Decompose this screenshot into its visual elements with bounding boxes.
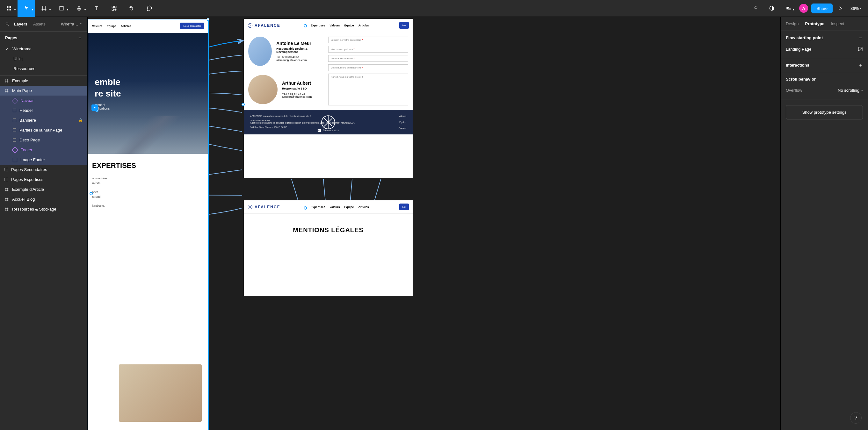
design-tab[interactable]: Design <box>786 21 799 26</box>
main-area: Layers Assets Wirefra… ⌃ Pages Wireframe… <box>0 17 868 430</box>
layer-pages-expertises[interactable]: Pages Expertises <box>0 174 87 185</box>
shape-tool-button[interactable]: ▾ <box>53 0 70 17</box>
layer-header[interactable]: Header <box>0 105 87 115</box>
svg-marker-45 <box>94 107 96 109</box>
nav-link: Valeurs <box>92 25 102 28</box>
brand-logo: AFALENCE <box>248 204 280 209</box>
prototype-tab[interactable]: Prototype <box>805 21 824 26</box>
layer-deco[interactable]: Deco Page <box>0 135 87 145</box>
remove-flow-button[interactable] <box>859 36 863 40</box>
prototype-settings-button[interactable]: Show prototype settings <box>786 105 863 120</box>
pen-tool-button[interactable]: ▾ <box>70 0 88 17</box>
layer-pages-secondaires[interactable]: Pages Secondaires <box>0 165 87 174</box>
dev-mode-button[interactable] <box>749 0 762 17</box>
pages-label: Pages <box>5 35 17 40</box>
footer-link: Valeurs <box>399 115 406 117</box>
assets-tab[interactable]: Assets <box>33 22 45 27</box>
frame-tool-button[interactable]: ▾ <box>35 0 53 17</box>
scroll-header: Scroll behavior <box>786 77 816 81</box>
flow-section: Flow starting point Landing Page <box>781 31 868 58</box>
interactions-section: Interactions <box>781 58 868 72</box>
body-text: it robuste. <box>92 203 204 208</box>
layers-list: Exemple Main Page Navbar Header Banniere… <box>0 76 87 430</box>
layer-exemple[interactable]: Exemple <box>0 76 87 86</box>
nav-link: Articles <box>121 25 131 28</box>
layer-footer[interactable]: Footer <box>0 145 87 155</box>
form-company: Le nom de votre entreprise * <box>328 37 408 43</box>
nav-cta: Nous Contacter <box>180 23 204 29</box>
body-text: ons mobiles <box>92 176 204 180</box>
artboard-team-page[interactable]: AFALENCE Expertises Valeurs Equipe Artic… <box>244 19 413 178</box>
svg-rect-3 <box>9 9 11 10</box>
right-panel-tabs: Design Prototype Inspect <box>781 17 868 31</box>
team-phone: +33 6 10 30 40 51 <box>276 56 319 59</box>
text-tool-button[interactable] <box>88 0 105 17</box>
page-item-ressources[interactable]: Ressources <box>0 64 87 74</box>
layer-main-page[interactable]: Main Page <box>0 86 87 96</box>
add-page-button[interactable] <box>78 36 82 40</box>
nav-cta: No <box>399 22 409 29</box>
hand-tool-button[interactable] <box>123 0 140 17</box>
prototype-node[interactable] <box>242 103 245 106</box>
layer-navbar[interactable]: Navbar <box>0 96 87 105</box>
resources-tool-button[interactable] <box>105 0 123 17</box>
layer-parties[interactable]: Parties de la MainPage <box>0 125 87 135</box>
present-button[interactable] <box>836 4 845 13</box>
page-breadcrumb[interactable]: Wirefra… ⌃ <box>61 22 82 27</box>
svg-rect-13 <box>114 6 116 8</box>
nav-link: Equipe <box>107 25 116 28</box>
nav-link: Articles <box>358 24 369 27</box>
artboard-legal-page[interactable]: AFALENCE Expertises Valeurs Equipe Artic… <box>244 200 413 296</box>
nav-link: Valeurs <box>330 205 340 209</box>
team-photo <box>248 75 278 104</box>
prototype-node[interactable] <box>90 192 93 195</box>
user-avatar[interactable]: A <box>799 4 808 13</box>
svg-rect-0 <box>7 6 8 8</box>
page-item-uikit[interactable]: Ui kit <box>0 54 87 64</box>
add-interaction-button[interactable] <box>859 63 863 68</box>
footer-link: Contact <box>399 127 406 129</box>
left-panel: Layers Assets Wirefra… ⌃ Pages Wireframe… <box>0 17 88 430</box>
main-menu-button[interactable]: ▾ <box>0 0 18 17</box>
canvas-footer: AFALENCE, construisons ensemble la réuss… <box>244 110 413 134</box>
team-email: aaubert@afalence.com <box>282 95 312 98</box>
page-item-wireframe[interactable]: Wireframe <box>0 44 87 54</box>
footer-copyright: ©Afalence 2023 <box>323 129 339 132</box>
share-button[interactable]: Share <box>811 3 833 13</box>
team-role: Responsable Design & Développement <box>276 47 319 54</box>
layer-exemple-article[interactable]: Exemple d'Article <box>0 185 87 194</box>
layer-accueil-blog[interactable]: Accueil Blog <box>0 194 87 204</box>
layer-banniere[interactable]: Banniere🔒 <box>0 115 87 125</box>
canvas-hero: emblere site ment etpplications <box>88 33 208 154</box>
edit-flow-icon[interactable] <box>858 46 863 52</box>
svg-rect-14 <box>112 9 114 10</box>
theme-toggle-button[interactable] <box>765 0 778 17</box>
svg-point-9 <box>79 8 79 9</box>
svg-line-22 <box>8 25 9 26</box>
comment-tool-button[interactable] <box>140 0 158 17</box>
inspect-tab[interactable]: Inspect <box>831 21 844 26</box>
form-message: Parlez-nous de votre projet ! <box>328 74 408 105</box>
canvas-navbar-1: Valeurs Equipe Articles Nous Contacter <box>88 20 208 33</box>
artboard-main-page[interactable]: Valeurs Equipe Articles Nous Contacter e… <box>88 19 209 430</box>
flow-start-badge[interactable] <box>91 104 98 111</box>
svg-point-21 <box>6 23 8 25</box>
footer-rights: Tous droits réservés. <box>250 120 355 122</box>
layers-tab[interactable]: Layers <box>14 22 27 27</box>
canvas[interactable]: Valeurs Equipe Articles Nous Contacter e… <box>88 17 780 430</box>
nav-cta: No <box>399 203 409 210</box>
nav-link: Valeurs <box>330 24 340 27</box>
zoom-control[interactable]: 36%▾ <box>848 6 864 11</box>
body-text: X, l'UI, <box>92 180 204 185</box>
prototype-node[interactable] <box>304 206 307 209</box>
svg-rect-1 <box>9 6 11 8</box>
layer-image-footer[interactable]: Image Footer <box>0 155 87 165</box>
flow-name-field[interactable]: Landing Page <box>786 47 811 52</box>
multiplayer-button[interactable]: ▾ <box>781 0 796 17</box>
layer-ressources-stockage[interactable]: Ressources & Stockage <box>0 204 87 214</box>
prototype-node[interactable] <box>304 24 307 27</box>
move-tool-button[interactable]: ▾ <box>18 0 35 17</box>
overflow-dropdown[interactable]: No scrolling ▾ <box>838 88 863 93</box>
search-icon[interactable] <box>5 22 9 27</box>
help-button[interactable]: ? <box>850 412 862 424</box>
